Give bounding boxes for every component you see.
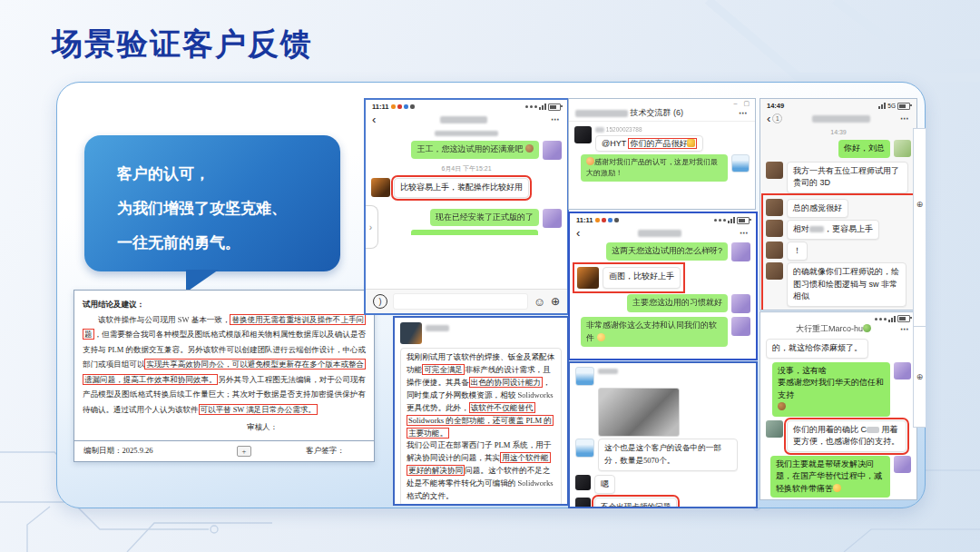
avatar[interactable] [731,242,750,261]
phone-screenshot-4: 大行重工Marco-hu ⋯ 的，就这给你添麻烦了。 没事，这有啥 要感谢您对我… [760,311,917,500]
document-date: 编制日期：2025.9.26 [83,446,153,457]
quote-bubble: 客户的认可， 为我们增强了攻坚克难、 一往无前的勇气。 [84,135,340,271]
partial-screenshot-edge: ⊕ [913,326,926,428]
more-icon[interactable]: ⋯ [551,114,561,124]
highlight-annotation: 可完全满足 [422,364,465,375]
chat-message-sent: 王工，您这边试用的还满意吧 [411,141,539,159]
avatar[interactable] [766,420,783,438]
chat-message-sent: 非常感谢你这么支持和认同我们的软件 [581,317,728,347]
laugh-emoji [833,484,841,492]
minimize-icon[interactable]: – [733,100,737,107]
chat-message-sent: 主要您这边用的习惯就好 [627,294,728,312]
document-heading: 试用结论及建议： [83,297,366,312]
chat-message-received: 画图，比较好上手 [603,267,681,289]
avatar[interactable] [400,322,422,344]
content-card: 客户的认可， 为我们增强了攻坚克难、 一往无前的勇气。 试用结论及建议： 该软件… [56,82,926,508]
maximize-icon[interactable]: ▢ [743,100,750,107]
avatar[interactable] [731,154,750,172]
plus-icon[interactable]: ⊕ [916,200,924,209]
chat-title-redacted [376,115,551,124]
avatar[interactable] [575,367,594,386]
avatar[interactable] [575,475,591,490]
more-icon[interactable]: ⋯ [739,108,749,118]
redacted-product-name: Solidworks [517,478,553,488]
back-icon[interactable]: ‹ [767,113,770,124]
avatar[interactable] [731,317,750,336]
more-icon[interactable]: ⋯ [900,324,910,334]
model-image-thumbnail[interactable] [598,388,680,437]
highlight-annotation: 画图，比较好上手 [575,265,682,291]
group-chat-window: – ▢ 技术交流群 (6) ⋯ 15200023788 @HYT 你们的产品很好… [568,98,756,210]
status-time: 11:11 [576,216,593,224]
partial-screenshot-edge: ⊕ [913,128,926,355]
chat-nav-bar: ‹ ⋯ [366,112,567,127]
window-controls: – ▢ [569,99,755,107]
quote-line: 一往无前的勇气。 [117,226,340,261]
avatar[interactable] [894,140,911,157]
tea-emoji [778,402,786,410]
status-app-icons [391,104,415,109]
chat-message-sent: 这两天您这边试用的怎么样呀? [606,242,728,261]
avatar[interactable] [543,209,562,228]
avatar[interactable] [766,262,783,280]
avatar[interactable] [543,141,562,160]
highlight-annotation: 你们的产品很好 [628,138,697,149]
avatar[interactable] [894,456,911,473]
battery-icon [548,104,561,111]
signal-icon [728,217,735,223]
status-system-icons: 5G [878,103,910,110]
chat-message-received: 我刚刚试用了该软件的焊接、钣金及紧配体功能可完全满足非标产线的设计需求，且操作便… [400,348,562,506]
more-icon[interactable]: ⋯ [740,228,750,238]
avatar[interactable] [574,126,592,143]
device-chat-screenshot: 这个也是这个客户的设备中的一部分，数量是5070个。 嗯 不会出现卡顿的问题 [568,361,758,508]
chat-message-sent: 我们主要就是帮研发解决问题，在国产华替代过程中，减轻换软件带痛苦 [770,456,890,498]
avatar[interactable] [766,199,783,216]
partial-message [411,230,538,235]
quote-line: 为我们增强了攻坚克难、 [117,192,340,226]
chat-message-received: 总的感觉很好 [787,199,848,219]
redacted-word [867,427,879,433]
avatar[interactable] [894,362,911,380]
voice-icon[interactable]: ) [373,294,387,309]
battery-icon [897,315,910,322]
avatar[interactable] [575,439,594,458]
plus-icon[interactable]: ⊕ [916,372,924,381]
chat-title: 大行重工Marco-hu [767,323,900,335]
floating-window-handle[interactable]: › [364,205,378,249]
chat-title-redacted [580,229,740,238]
message-input[interactable] [393,293,528,310]
redacted-line [366,127,567,139]
chat-message-received: 这个也是这个客户的设备中的一部分，数量是5070个。 [598,439,738,471]
status-system-icons [875,315,910,322]
chat-message-received: ！ [787,242,808,261]
chat-message-received: 嗯 [594,475,615,495]
chat-message-received: 的，就这给你添麻烦了。 [766,339,868,359]
network-type: 5G [887,103,896,109]
time-divider: 14:39 [760,126,916,138]
document-footer: 编制日期：2025.9.26 + 客户签字： [74,440,374,461]
trial-conclusion-document: 试用结论及建议： 该软件操作与公司现用 SW 基本一致，替换使用无需着重培训及操… [74,290,375,462]
chat-message-sent: 没事，这有啥 要感谢您对我们华天的信任和支持 [772,362,890,417]
avatar[interactable] [577,267,599,289]
highlight-annotation: 出色的协同设计能力 [469,377,543,388]
plus-icon[interactable]: ⊕ [551,295,560,308]
redacted-product-name: Solidworks [517,390,553,399]
more-icon[interactable]: ⋯ [900,113,910,123]
avatar[interactable] [766,162,783,179]
status-app-icons [595,218,619,222]
avatar[interactable] [575,498,591,508]
chat-input-bar: ) ☺ ⊕ [366,289,567,313]
chat-message-received: @HYT 你们的产品很好 [595,135,703,152]
avatar[interactable] [731,294,750,313]
signal-icon [888,316,896,322]
zoom-plus-button[interactable]: + [237,446,252,457]
avatar[interactable] [766,220,783,237]
sender-name-redacted [426,325,449,331]
avatar[interactable] [371,178,390,197]
emoji-icon[interactable]: ☺ [534,295,545,309]
pray-emoji [586,157,594,165]
sender-name-redacted [598,369,618,374]
avatar[interactable] [766,242,783,259]
status-bar: 11:11 [366,100,567,112]
leaf-emoji [863,324,871,332]
